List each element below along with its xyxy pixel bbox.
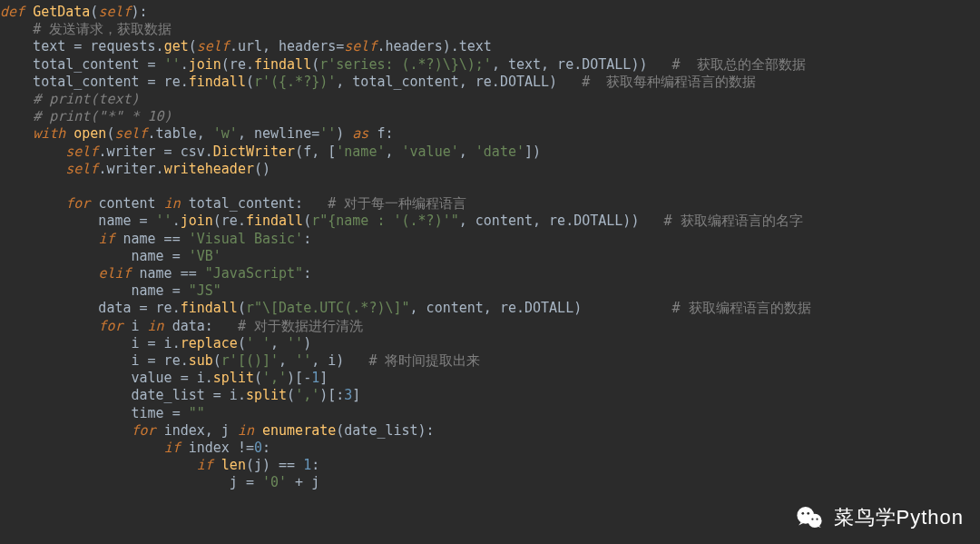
code-line: time = "" bbox=[0, 405, 205, 421]
code-token: '0' bbox=[262, 474, 287, 490]
code-token: )[: bbox=[319, 387, 344, 403]
code-line: date_list = i.split(',')[:3] bbox=[0, 387, 360, 403]
code-token: elif bbox=[98, 265, 139, 282]
code-token: index, j bbox=[164, 422, 238, 439]
code-token: , text, re.DOTALL)) bbox=[492, 56, 672, 73]
code-line: if len(j) == 1: bbox=[0, 457, 319, 473]
code-line: name = 'VB' bbox=[0, 248, 221, 264]
code-token: , bbox=[459, 143, 475, 160]
code-line: self.writer = csv.DictWriter(f, ['name',… bbox=[0, 143, 541, 160]
code-token: , bbox=[279, 352, 295, 369]
code-token: ' ' bbox=[246, 335, 270, 351]
code-token: # 对于数据进行清洗 bbox=[238, 318, 363, 334]
code-token: , content, re.DOTALL)) bbox=[459, 213, 664, 229]
code-line: for content in total_content: # 对于每一种编程语… bbox=[0, 195, 466, 212]
code-token: i = re. bbox=[0, 352, 189, 369]
code-token: : bbox=[303, 265, 311, 282]
code-line: elif name == "JavaScript": bbox=[0, 265, 311, 282]
code-token: '' bbox=[319, 125, 336, 142]
svg-point-0 bbox=[797, 507, 814, 524]
code-token: name = bbox=[0, 248, 189, 264]
code-line: i = re.sub(r'[()]', '', i) # 将时间提取出来 bbox=[0, 352, 480, 369]
code-token: writeheader bbox=[164, 161, 254, 177]
code-token: 'Visual Basic' bbox=[189, 231, 303, 247]
code-token: . bbox=[181, 56, 189, 73]
code-token: for bbox=[65, 195, 98, 212]
code-token: ) bbox=[303, 335, 311, 351]
code-token: len bbox=[221, 457, 246, 473]
code-token: self bbox=[98, 4, 131, 20]
code-token: name == bbox=[122, 231, 188, 247]
code-token: get bbox=[164, 38, 189, 54]
code-line: for i in data: # 对于数据进行清洗 bbox=[0, 318, 363, 334]
code-token: for bbox=[98, 318, 131, 334]
code-token: + j bbox=[287, 474, 319, 490]
code-token bbox=[0, 161, 65, 177]
watermark-label: 菜鸟学Python bbox=[834, 509, 965, 526]
code-token: i bbox=[132, 318, 148, 334]
code-token: .writer. bbox=[98, 161, 163, 177]
code-token: ] bbox=[319, 370, 328, 386]
code-token bbox=[0, 143, 65, 160]
code-line: data = re.findall(r"\[Date.UTC(.*?)\]", … bbox=[0, 300, 811, 316]
code-token: join bbox=[181, 213, 213, 229]
code-token: ( bbox=[189, 38, 197, 54]
code-token: r"{name : '(.*?)'" bbox=[311, 213, 459, 229]
code-token: text = requests. bbox=[0, 38, 164, 54]
code-token: if bbox=[197, 457, 221, 473]
code-token: "JS" bbox=[189, 282, 221, 299]
code-token: content bbox=[98, 195, 163, 212]
code-token: for bbox=[132, 422, 164, 439]
code-token: , bbox=[270, 335, 287, 351]
code-token: total_content = re. bbox=[0, 74, 189, 90]
code-token: '' bbox=[295, 352, 311, 369]
code-token: 1 bbox=[303, 457, 311, 473]
code-block: def GetData(self): # 发送请求，获取数据 text = re… bbox=[0, 0, 980, 492]
code-token: i = i. bbox=[0, 335, 181, 351]
code-line: total_content = ''.join(re.findall(r'ser… bbox=[0, 56, 806, 73]
code-token: if bbox=[164, 440, 189, 456]
code-token: value = i. bbox=[0, 370, 213, 386]
code-token: 'date' bbox=[475, 143, 524, 160]
code-token: ]) bbox=[524, 143, 541, 160]
code-token bbox=[0, 318, 98, 334]
code-token: () bbox=[254, 161, 270, 177]
code-line: j = '0' + j bbox=[0, 474, 319, 490]
code-line: value = i.split(',')[-1] bbox=[0, 370, 328, 386]
code-token: ( bbox=[287, 387, 295, 403]
code-token: in bbox=[164, 195, 189, 212]
code-token: total_content = bbox=[0, 56, 164, 73]
code-token: ( bbox=[254, 370, 262, 386]
code-token: date_list = i. bbox=[0, 387, 246, 403]
code-token: join bbox=[189, 56, 221, 73]
code-token: ( bbox=[238, 335, 246, 351]
code-line: with open(self.table, 'w', newline='') a… bbox=[0, 125, 394, 142]
svg-point-4 bbox=[811, 519, 813, 520]
code-token: , total_content, re.DOTALL) bbox=[336, 74, 582, 90]
code-token: findall bbox=[246, 213, 303, 229]
code-line: text = requests.get(self.url, headers=se… bbox=[0, 38, 492, 54]
code-line: if name == 'Visual Basic': bbox=[0, 231, 311, 247]
code-token: if bbox=[98, 231, 122, 247]
code-token: )[- bbox=[287, 370, 311, 386]
code-token: 'w' bbox=[213, 125, 238, 142]
svg-point-2 bbox=[801, 512, 804, 515]
code-line: def GetData(self): bbox=[0, 4, 148, 20]
code-token: split bbox=[246, 387, 287, 403]
code-token: findall bbox=[254, 56, 311, 73]
code-line: total_content = re.findall(r'({.*?})', t… bbox=[0, 74, 756, 90]
code-token: data = re. bbox=[0, 300, 181, 316]
code-token: open bbox=[74, 125, 106, 142]
code-token: 'name' bbox=[336, 143, 385, 160]
code-token: self bbox=[344, 38, 377, 54]
svg-point-3 bbox=[807, 512, 809, 515]
code-token bbox=[0, 422, 132, 439]
code-token: split bbox=[213, 370, 254, 386]
code-token: '' bbox=[287, 335, 303, 351]
code-token: (j) == bbox=[246, 457, 303, 473]
svg-point-5 bbox=[816, 519, 818, 520]
code-token: ( bbox=[238, 300, 246, 316]
code-token: # 获取编程语言的名字 bbox=[664, 213, 803, 229]
code-token bbox=[0, 195, 65, 212]
code-token: : bbox=[303, 231, 311, 247]
